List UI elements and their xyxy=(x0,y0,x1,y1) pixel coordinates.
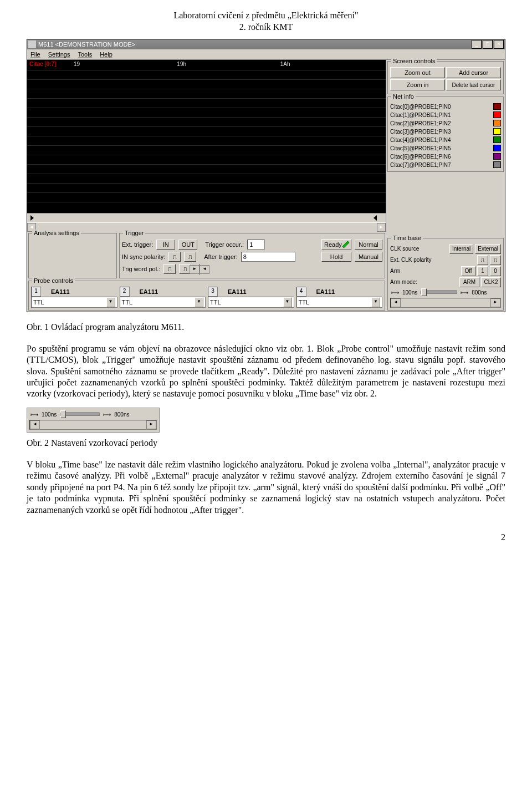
ready-label: Ready xyxy=(324,241,342,248)
after-trigger-label: After trigger: xyxy=(204,253,238,260)
clk-external-button[interactable]: External xyxy=(475,244,501,254)
timebase-scroll-right[interactable]: ► xyxy=(490,298,500,307)
net-info-item[interactable]: Citac[7]@PROBE1;PIN7 xyxy=(390,161,501,169)
waveform-row xyxy=(27,193,386,202)
net-info-item[interactable]: Citac[3]@PROBE1;PIN3 xyxy=(390,128,501,136)
ext-clk-polarity-label: Ext. CLK polarity xyxy=(390,257,431,263)
timebase-detail-slider[interactable]: ⟼100ns ⟼800ns xyxy=(29,410,157,419)
probe-mode-select[interactable]: TTL▼ xyxy=(208,297,294,308)
timebase-title: Time base xyxy=(391,235,423,241)
probe-mode-select[interactable]: TTL▼ xyxy=(120,297,206,308)
waveform-row xyxy=(27,80,386,89)
timebase-slider[interactable]: ⟼100ns ⟼800ns xyxy=(390,288,501,297)
timebase-detail-figure: ⟼100ns ⟼800ns ◄ ► xyxy=(27,408,160,433)
add-cursor-button[interactable]: Add cursor xyxy=(446,67,501,78)
probe-mode-select[interactable]: TTL▼ xyxy=(296,297,383,308)
net-info-label: Citac[1]@PROBE1;PIN1 xyxy=(390,112,493,118)
waveform-row xyxy=(27,70,386,80)
screen-controls-group: Screen controls Zoom out Add cursor Zoom… xyxy=(387,61,504,94)
waveform-ruler[interactable] xyxy=(27,213,386,222)
chevron-down-icon: ▼ xyxy=(283,297,292,307)
menu-tools[interactable]: Tools xyxy=(78,51,92,58)
arm-label: Arm xyxy=(390,268,400,274)
net-info-item[interactable]: Citac[2]@PROBE1;PIN2 xyxy=(390,119,501,128)
timebase-scroll-left[interactable]: ◄ xyxy=(391,298,401,307)
waveform-row xyxy=(27,184,386,193)
ext-trigger-out-button[interactable]: OUT xyxy=(178,240,197,250)
ready-indicator-icon xyxy=(342,241,349,248)
after-trigger-field[interactable]: 8 xyxy=(241,252,295,262)
waveform-view[interactable]: Citac [0:7] 19 19h 1Ah xyxy=(27,60,386,232)
ready-button[interactable]: Ready xyxy=(321,239,351,250)
delete-cursor-button[interactable]: Delete last cursor xyxy=(446,79,501,90)
arm-off-button[interactable]: Off xyxy=(461,266,475,276)
net-info-swatch xyxy=(493,145,501,151)
menu-file[interactable]: File xyxy=(30,51,40,58)
probe-slot-number: 3 xyxy=(208,287,218,297)
clk-source-label: CLK source xyxy=(390,246,419,252)
net-info-label: Citac[4]@PROBE1;PIN4 xyxy=(390,137,493,143)
probe-mode-select[interactable]: TTL▼ xyxy=(31,297,117,308)
waveform-row xyxy=(27,136,386,146)
timebase-scroll[interactable]: ◄ ► xyxy=(390,298,501,308)
normal-button[interactable]: Normal xyxy=(355,240,382,250)
net-info-item[interactable]: Citac[0]@PROBE1;PIN0 xyxy=(390,103,501,111)
trig-word-rise-button[interactable]: ⎍ xyxy=(163,264,176,274)
chevron-down-icon: ▼ xyxy=(106,297,115,307)
page-number: 2 xyxy=(27,532,505,542)
probe-slot-name: EA111 xyxy=(140,288,158,295)
after-trigger-scroll[interactable]: ◄ ► xyxy=(199,265,200,275)
probe-slot-number: 4 xyxy=(296,287,306,297)
arm-mode-arm-button[interactable]: ARM xyxy=(459,277,479,287)
net-info-swatch xyxy=(493,153,501,160)
timebase-knob[interactable] xyxy=(421,288,427,296)
clk-internal-button[interactable]: Internal xyxy=(449,244,473,254)
window-title: M611 <DEMONSTRATION MODE> xyxy=(38,41,472,48)
analysis-settings-group: Analysis settings xyxy=(28,233,117,278)
probe-mode-value: TTL xyxy=(122,299,133,306)
probe-controls-title: Probe controls xyxy=(32,277,75,284)
trigger-occur-field[interactable]: 1 xyxy=(247,240,265,250)
sync-pol-rise-button[interactable]: ⎍ xyxy=(168,252,181,262)
probe-slot-name: EA111 xyxy=(51,288,70,295)
ext-clk-fall-button[interactable]: ⎍ xyxy=(490,255,501,265)
hold-button[interactable]: Hold xyxy=(321,252,351,262)
probe-slot-name: EA111 xyxy=(316,288,335,295)
net-info-item[interactable]: Citac[4]@PROBE1;PIN4 xyxy=(390,136,501,144)
net-info-item[interactable]: Citac[6]@PROBE1;PIN6 xyxy=(390,153,501,161)
after-trigger-scroll-left[interactable]: ◄ xyxy=(200,265,209,274)
manual-button[interactable]: Manual xyxy=(355,252,382,262)
menu-help[interactable]: Help xyxy=(100,51,112,58)
tb-right-value: 800ns xyxy=(472,289,487,296)
zoom-out-button[interactable]: Zoom out xyxy=(390,67,445,78)
probe-mode-value: TTL xyxy=(210,299,221,306)
net-info-title: Net info xyxy=(391,93,416,100)
sync-pol-fall-button[interactable]: ⎍ xyxy=(184,252,196,262)
menu-settings[interactable]: Settings xyxy=(48,51,70,58)
after-trigger-scroll-right[interactable]: ► xyxy=(190,265,200,274)
ext-clk-rise-button[interactable]: ⎍ xyxy=(477,255,488,265)
arm-1-button[interactable]: 1 xyxy=(477,266,488,276)
arm-mode-clk2-button[interactable]: CLK2 xyxy=(481,277,501,287)
figure-2-caption: Obr. 2 Nastavení vzorkovací periody xyxy=(27,438,505,448)
net-info-label: Citac[2]@PROBE1;PIN2 xyxy=(390,120,493,126)
figure-1-caption: Obr. 1 Ovládací program analyzátoru M611… xyxy=(27,322,505,332)
timebase-detail-scroll[interactable]: ◄ ► xyxy=(29,420,157,430)
scroll-right-button[interactable]: ► xyxy=(377,223,386,232)
waveform-row xyxy=(27,99,386,108)
timebase-detail-scroll-right[interactable]: ► xyxy=(146,420,156,429)
waveform-hscroll[interactable]: ◄ ► xyxy=(27,222,386,232)
timebase-detail-scroll-left[interactable]: ◄ xyxy=(30,420,40,429)
close-button[interactable]: × xyxy=(494,40,504,49)
net-info-item[interactable]: Citac[5]@PROBE1;PIN5 xyxy=(390,144,501,153)
arm-0-button[interactable]: 0 xyxy=(490,266,501,276)
zoom-in-button[interactable]: Zoom in xyxy=(390,79,445,90)
minimize-button[interactable]: _ xyxy=(472,40,482,49)
timebase-detail-knob[interactable] xyxy=(60,410,66,418)
tb-left-value: 100ns xyxy=(402,289,417,296)
probe-slot-number: 1 xyxy=(31,287,41,297)
waveform-col-2: 1Ah xyxy=(280,61,383,69)
ext-trigger-in-button[interactable]: IN xyxy=(156,240,175,250)
maximize-button[interactable]: □ xyxy=(483,40,493,49)
net-info-item[interactable]: Citac[1]@PROBE1;PIN1 xyxy=(390,111,501,119)
